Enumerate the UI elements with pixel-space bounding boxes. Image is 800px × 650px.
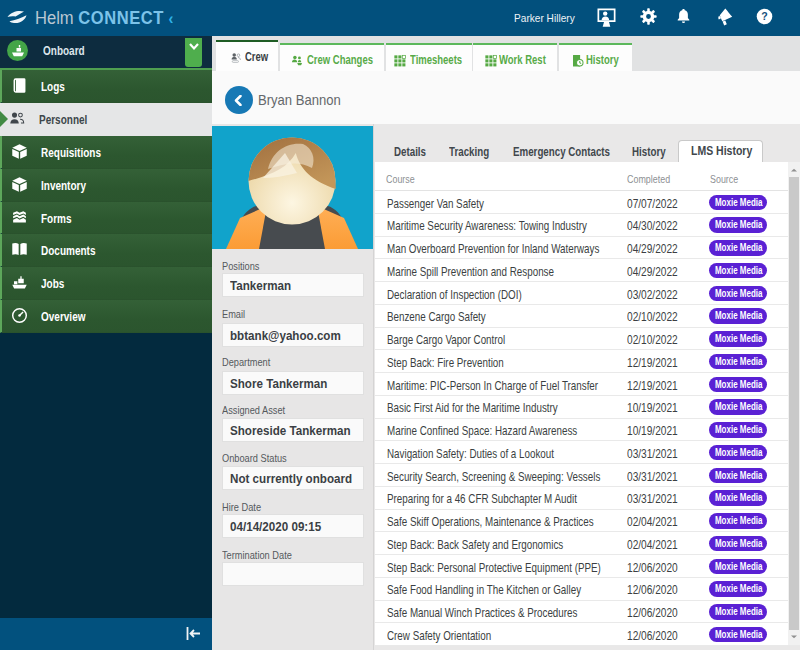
svg-text:?: ? [761, 10, 767, 22]
